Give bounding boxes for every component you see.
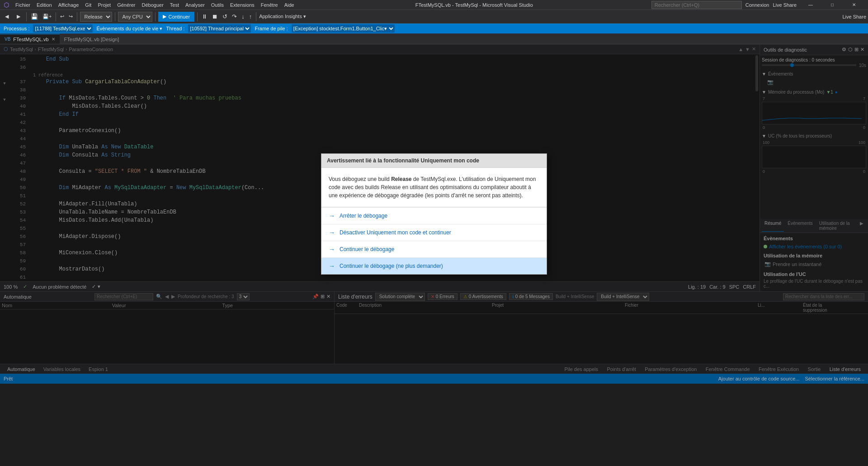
modal-arrow-1: → <box>329 212 335 219</box>
toolbar-sep-4 <box>115 12 115 21</box>
modal-title: Avertissement lié à la fonctionnalité Un… <box>321 154 547 168</box>
modal-option-continue-label: Continuer le débogage <box>340 246 394 252</box>
modal-option-stop-label: Arrêter le débogage <box>340 213 387 219</box>
toolbar-forward-btn[interactable]: ▶ <box>14 12 24 22</box>
debug-stepout-btn[interactable]: ↑ <box>248 13 254 20</box>
modal-option-continue-noask-label: Continuer le débogage (ne plus demander) <box>340 263 443 269</box>
maximize-btn[interactable]: □ <box>822 0 843 10</box>
menu-edition[interactable]: Edition <box>34 1 55 9</box>
toolbar-saveall-btn[interactable]: 💾+ <box>41 14 53 19</box>
debug-restart-btn[interactable]: ↺ <box>221 13 229 20</box>
toolbar-sep-3 <box>77 12 77 21</box>
main-area: ⬡ TestMySql › FTestMySql › ParametroCone… <box>0 44 868 384</box>
events-cycle-btn[interactable]: Évènements du cycle de vie ▾ <box>96 26 162 32</box>
menu-extensions[interactable]: Extensions <box>227 1 257 9</box>
toolbar-back-btn[interactable]: ◀ <box>2 12 12 22</box>
title-bar-left: ⬡ Fichier Edition Affichage Git Projet G… <box>4 1 297 9</box>
debug-pause-btn[interactable]: ⏸ <box>200 13 209 20</box>
toolbar: ◀ ▶ 💾 💾+ ↩ ↪ Release Any CPU ▶ Continuer… <box>0 10 868 24</box>
modal-option-continue-noask[interactable]: → Continuer le débogage (ne plus demande… <box>321 257 547 274</box>
menu-test[interactable]: Test <box>167 1 182 9</box>
menu-analyser[interactable]: Analyser <box>183 1 208 9</box>
modal-body: Vous déboguez une build Release de TestM… <box>321 168 547 207</box>
minimize-btn[interactable]: — <box>800 0 821 10</box>
modal-option-disable-label: Désactiver Uniquement mon code et contin… <box>340 229 451 236</box>
process-select[interactable]: [11788] TestMySql.exe <box>33 24 93 33</box>
tab-design-label: FTestMySQL.vb [Design] <box>64 37 119 42</box>
tab-icon-vb: VB <box>5 37 10 42</box>
menu-bar: Fichier Edition Affichage Git Projet Gén… <box>13 1 297 9</box>
modal-option-disable[interactable]: → Désactiver Uniquement mon code et cont… <box>321 224 547 241</box>
toolbar-undo-btn[interactable]: ↩ <box>59 14 66 19</box>
modal-overlay: Avertissement lié à la fonctionnalité Un… <box>0 44 868 384</box>
toolbar-sep-2 <box>56 12 56 21</box>
modal-option-continue[interactable]: → Continuer le débogage <box>321 241 547 257</box>
menu-aide[interactable]: Aide <box>282 1 297 9</box>
title-bar-controls: Connexion Live Share — □ ✕ <box>651 0 864 10</box>
menu-projet[interactable]: Projet <box>95 1 113 9</box>
modal-options: → Arrêter le débogage → Désactiver Uniqu… <box>321 207 547 274</box>
modal-arrow-2: → <box>329 229 335 236</box>
thread-label: Thread : <box>166 26 185 31</box>
config-select[interactable]: Release <box>80 12 112 22</box>
title-bar-right: FTestMySQL.vb - TestMySql - Microsoft Vi… <box>415 2 533 8</box>
window-controls: — □ ✕ <box>800 0 864 10</box>
debug-stepinto-btn[interactable]: ↓ <box>240 13 246 20</box>
tab-ftestmysql-design[interactable]: FTestMySQL.vb [Design] <box>60 34 124 44</box>
modal-arrow-4: → <box>329 262 335 270</box>
app-logo: ⬡ <box>4 1 9 9</box>
title-bar: ⬡ Fichier Edition Affichage Git Projet G… <box>0 0 868 10</box>
tab-label: FTestMySQL.vb <box>13 37 48 42</box>
modal-dialog: Avertissement lié à la fonctionnalité Un… <box>321 153 547 275</box>
debug-stepover-btn[interactable]: ↷ <box>231 13 238 20</box>
global-search-input[interactable] <box>651 1 742 9</box>
menu-affichage[interactable]: Affichage <box>56 1 82 9</box>
menu-generer[interactable]: Générer <box>114 1 138 9</box>
process-label: Processus : <box>4 26 29 31</box>
tab-bar: VB FTestMySQL.vb ✕ FTestMySQL.vb [Design… <box>0 33 868 44</box>
menu-fichier[interactable]: Fichier <box>13 1 33 9</box>
menu-git[interactable]: Git <box>82 1 94 9</box>
platform-select[interactable]: Any CPU <box>118 12 152 22</box>
debug-stop-btn[interactable]: ⏹ <box>211 13 219 20</box>
modal-option-stop[interactable]: → Arrêter le débogage <box>321 207 547 224</box>
frame-select[interactable]: [Exception] stocktest.Form1.Button1_Clic… <box>292 24 395 33</box>
thread-select[interactable]: [10592] Thread principal <box>188 24 251 33</box>
tab-ftestmysql-vb[interactable]: VB FTestMySQL.vb ✕ <box>0 34 60 44</box>
toolbar-sep-5 <box>155 12 156 21</box>
toolbar-sep-7 <box>256 12 256 21</box>
frame-label: Frame de pile : <box>255 26 288 31</box>
toolbar-sep-1 <box>26 12 27 21</box>
process-bar: Processus : [11788] TestMySql.exe Évènem… <box>0 24 868 33</box>
menu-fenetre[interactable]: Fenêtre <box>258 1 281 9</box>
live-share-btn[interactable]: Live Share <box>773 2 797 8</box>
connection-btn[interactable]: Connexion <box>745 2 769 8</box>
tab-close-btn[interactable]: ✕ <box>52 37 55 42</box>
toolbar-save-btn[interactable]: 💾 <box>29 13 39 20</box>
app-insights-btn[interactable]: Application Insights ▾ <box>259 14 306 19</box>
modal-body-text: Vous déboguez une build Release de TestM… <box>329 176 536 199</box>
toolbar-sep-6 <box>197 12 198 21</box>
menu-outils[interactable]: Outils <box>208 1 226 9</box>
close-btn[interactable]: ✕ <box>844 0 864 10</box>
toolbar-redo-btn[interactable]: ↪ <box>67 14 74 19</box>
continue-btn[interactable]: ▶ Continuer <box>158 12 194 22</box>
live-share-toolbar-btn[interactable]: Live Share <box>842 14 866 19</box>
modal-arrow-3: → <box>329 246 335 253</box>
menu-deboguer[interactable]: Déboguer <box>139 1 166 9</box>
window-title: FTestMySQL.vb - TestMySql - Microsoft Vi… <box>415 2 533 8</box>
